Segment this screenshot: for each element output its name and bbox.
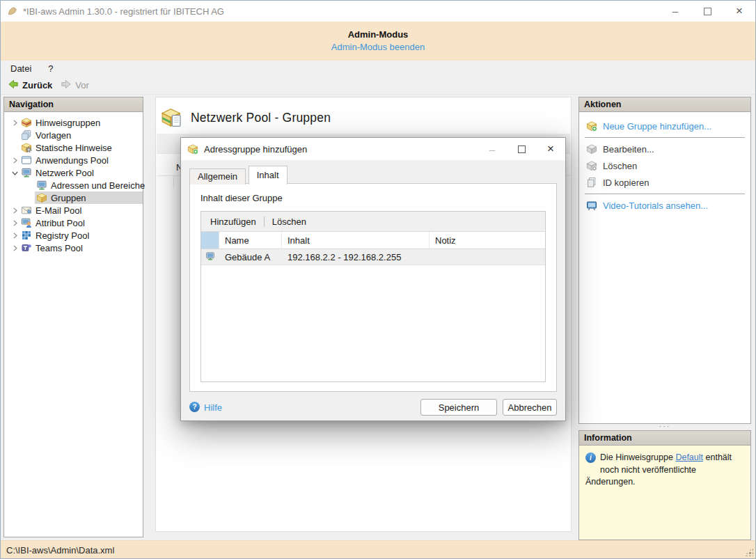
add-address-group-dialog: Adressgruppe hinzufügen – × Allgemein In… [180, 137, 566, 421]
separator [585, 137, 745, 138]
default-group-link[interactable]: Default [675, 452, 703, 462]
actions-panel: Aktionen Neue Gruppe hinzufügen... Bearb… [578, 97, 751, 424]
forward-button[interactable]: Vor [56, 77, 93, 93]
close-button[interactable]: × [723, 1, 755, 22]
dialog-close-button[interactable]: × [536, 138, 565, 160]
nav-item-email-pool[interactable]: E-Mail Pool [4, 204, 143, 216]
admin-mode-banner: Admin-Modus Admin-Modus beenden [1, 22, 755, 61]
tab-inhalt[interactable]: Inhalt [249, 166, 288, 184]
background-column-separator [173, 176, 174, 187]
section-label: Inhalt dieser Gruppe [200, 193, 546, 203]
row-inhalt-cell: 192.168.2.2 - 192.168.2.255 [282, 249, 430, 265]
navigation-header: Navigation [3, 97, 143, 111]
navigation-panel: Navigation Hinweisgruppen Vorlagen Stati… [3, 97, 143, 537]
cube-gray-icon [586, 143, 597, 155]
table-row[interactable]: Gebäude A 192.168.2.2 - 192.168.2.255 [201, 249, 545, 265]
expander-icon[interactable] [10, 230, 19, 240]
application-window-icon [21, 155, 32, 166]
expander-icon[interactable] [10, 155, 19, 165]
row-name-cell: Gebäude A [219, 249, 282, 265]
dialog-tab-page: Inhalt dieser Gruppe Hinzufügen Löschen … [189, 183, 557, 392]
attribute-user-icon [21, 217, 32, 228]
dialog-titlebar: Adressgruppe hinzufügen – × [181, 138, 565, 160]
admin-mode-title: Admin-Modus [1, 29, 755, 40]
group-cube-icon [36, 192, 47, 203]
column-header-inhalt[interactable]: Inhalt [282, 232, 430, 249]
expander-icon[interactable] [10, 243, 19, 253]
registry-grid-icon [21, 230, 32, 241]
separator [585, 194, 745, 194]
nav-item-registry-pool[interactable]: Registry Pool [4, 229, 143, 242]
column-header-name[interactable]: Name [219, 232, 282, 249]
nav-item-statische-hinweise[interactable]: Statische Hinweise [4, 141, 143, 154]
teams-icon [21, 242, 32, 253]
menu-datei[interactable]: Datei [3, 61, 38, 76]
back-button[interactable]: Zurück [3, 77, 56, 93]
dialog-tabstrip: Allgemein Inhalt [181, 160, 565, 184]
nav-toolbar: Zurück Vor [1, 77, 755, 95]
information-panel: Information Die Hinweisgruppe Default en… [578, 430, 751, 540]
main-area: Navigation Hinweisgruppen Vorlagen Stati… [1, 95, 755, 540]
nav-item-gruppen[interactable]: Gruppen [4, 191, 143, 204]
nav-item-hinweisgruppen[interactable]: Hinweisgruppen [4, 116, 143, 129]
cube-x-icon [586, 160, 597, 171]
cube-plus-icon [586, 120, 597, 132]
status-bar: C:\IBI-aws\Admin\Data.xml [1, 540, 755, 559]
add-entry-button[interactable]: Hinzufügen [204, 214, 262, 230]
delete-entry-button[interactable]: Löschen [266, 214, 313, 230]
row-notiz-cell [430, 249, 545, 265]
save-button[interactable]: Speichern [420, 399, 497, 416]
maximize-button[interactable] [691, 1, 723, 22]
cancel-button[interactable]: Abbrechen [503, 399, 557, 416]
info-icon [585, 452, 596, 463]
maximize-icon [704, 8, 711, 15]
data-file-path: C:\IBI-aws\Admin\Data.xml [6, 545, 114, 556]
help-link[interactable]: Hilfe [189, 401, 415, 414]
dialog-minimize-button[interactable]: – [478, 138, 507, 160]
menu-help[interactable]: ? [41, 61, 60, 76]
app-icon [7, 6, 18, 17]
nav-item-anwendungs-pool[interactable]: Anwendungs Pool [4, 154, 143, 166]
templates-stack-icon [21, 129, 32, 141]
tab-allgemein[interactable]: Allgemein [189, 168, 246, 184]
address-monitor-icon [36, 180, 47, 191]
action-new-group[interactable]: Neue Gruppe hinzufügen... [579, 118, 750, 134]
back-arrow-icon [8, 79, 19, 92]
cube-plus-icon [187, 143, 198, 155]
menu-bar: Datei ? [1, 61, 755, 77]
help-icon [189, 402, 200, 412]
expander-icon[interactable] [10, 205, 19, 215]
notice-group-cube-icon [21, 117, 32, 128]
admin-mode-exit-link[interactable]: Admin-Modus beenden [1, 42, 755, 52]
expander-icon[interactable] [10, 118, 19, 127]
maximize-icon [518, 145, 526, 153]
nav-item-teams-pool[interactable]: Teams Pool [4, 242, 143, 254]
address-monitor-icon [205, 251, 215, 263]
action-edit[interactable]: Bearbeiten... [579, 141, 750, 157]
navigation-tree: Hinweisgruppen Vorlagen Statische Hinwei… [3, 111, 143, 537]
nav-item-attribut-pool[interactable]: Attribut Pool [4, 216, 143, 229]
dialog-maximize-button[interactable] [507, 138, 536, 160]
email-envelope-icon [21, 205, 32, 216]
forward-arrow-icon [61, 79, 72, 92]
action-video-tutorials[interactable]: Video-Tutorials ansehen... [579, 197, 750, 214]
action-delete[interactable]: Löschen [579, 157, 750, 174]
dialog-title: Adressgruppe hinzufügen [204, 144, 478, 155]
network-monitor-icon [21, 167, 32, 178]
nav-item-adressen-und-bereiche[interactable]: Adressen und Bereiche [4, 179, 143, 191]
nav-item-netzwerk-pool[interactable]: Netzwerk Pool [4, 166, 143, 179]
group-content-table: Hinzufügen Löschen Name Inhalt Notiz Geb… [200, 211, 546, 382]
minimize-button[interactable]: – [659, 1, 691, 22]
column-header-notiz[interactable]: Notiz [430, 232, 545, 249]
expander-icon[interactable] [10, 168, 19, 178]
dialog-footer: Hilfe Speichern Abbrechen [181, 392, 565, 423]
expander-icon[interactable] [10, 218, 19, 228]
cube-gear-icon [21, 142, 32, 153]
app-window: *IBI-aws Admin 1.30.0 - registriert für … [0, 0, 756, 559]
panel-splitter[interactable]: ··· [578, 423, 751, 430]
selection-column-header[interactable] [201, 232, 219, 249]
action-copy-id[interactable]: ID kopieren [579, 174, 750, 191]
information-text: Die Hinweisgruppe Default enthält noch n… [585, 452, 732, 487]
table-header-row: Name Inhalt Notiz [201, 232, 545, 249]
nav-item-vorlagen[interactable]: Vorlagen [4, 129, 143, 141]
